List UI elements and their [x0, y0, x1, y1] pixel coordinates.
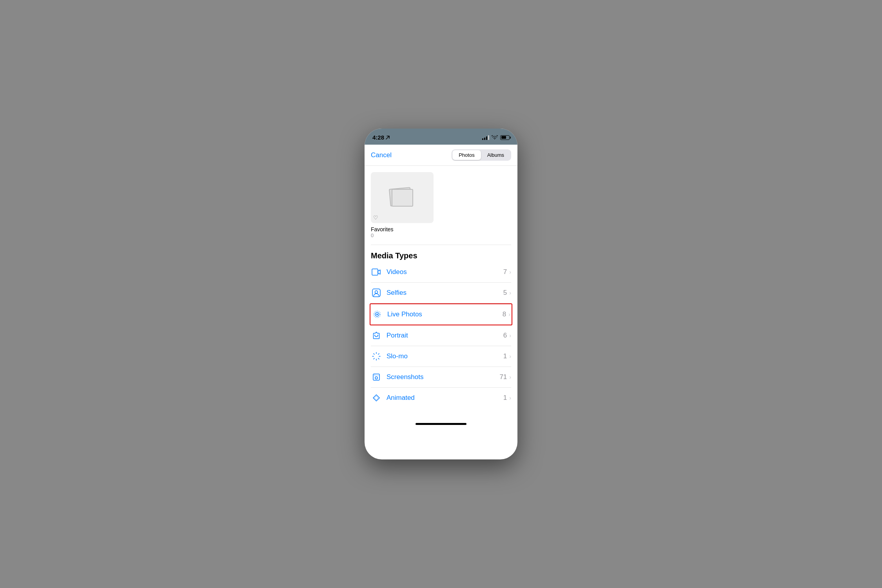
favorites-count: 0: [371, 232, 511, 238]
list-item-screenshots[interactable]: Screenshots 71 ›: [371, 367, 511, 388]
slo-mo-icon: [371, 351, 382, 362]
media-types-section: Media Types Videos 7 ›: [365, 245, 517, 408]
live-photos-icon: [372, 309, 383, 320]
selfies-count: 5: [503, 289, 507, 297]
status-icons: [482, 135, 510, 140]
phone-frame: 4:28: [365, 129, 517, 459]
signal-icon: [482, 135, 489, 140]
svg-point-17: [375, 377, 377, 379]
content-area: ♡ Favorites 0 Media Types Videos 7 ›: [365, 166, 517, 420]
list-item-animated[interactable]: Animated 1 ›: [371, 388, 511, 408]
screenshots-count: 71: [499, 373, 507, 381]
animated-chevron: ›: [509, 395, 511, 401]
portrait-chevron: ›: [509, 332, 511, 339]
cancel-button[interactable]: Cancel: [371, 151, 392, 159]
selfies-icon: [371, 287, 382, 298]
selfies-chevron: ›: [509, 290, 511, 296]
heart-icon: ♡: [373, 214, 378, 221]
list-item-live-photos[interactable]: Live Photos 8 ›: [370, 303, 512, 325]
slo-mo-count: 1: [503, 352, 507, 360]
home-bar: [416, 423, 466, 425]
tab-photos[interactable]: Photos: [452, 150, 481, 160]
live-photos-count: 8: [503, 310, 506, 318]
screenshots-icon: [371, 372, 382, 383]
list-item-selfies[interactable]: Selfies 5 ›: [371, 283, 511, 303]
status-bar: 4:28: [365, 129, 517, 145]
selfies-label: Selfies: [387, 289, 503, 297]
slo-mo-chevron: ›: [509, 353, 511, 359]
animated-icon: [371, 392, 382, 403]
portrait-label: Portrait: [387, 332, 503, 339]
time-display: 4:28: [372, 134, 384, 141]
segment-control: Photos Albums: [452, 149, 511, 161]
battery-icon: [500, 135, 510, 140]
videos-count: 7: [503, 268, 507, 276]
videos-label: Videos: [387, 268, 503, 276]
screenshots-label: Screenshots: [387, 373, 499, 381]
videos-chevron: ›: [509, 269, 511, 275]
list-item-videos[interactable]: Videos 7 ›: [371, 262, 511, 283]
wifi-icon: [492, 135, 498, 140]
favorites-section: ♡ Favorites 0: [365, 166, 517, 238]
favorites-album-thumb[interactable]: ♡: [371, 172, 434, 223]
svg-rect-0: [372, 269, 378, 275]
animated-label: Animated: [387, 394, 503, 402]
animated-count: 1: [503, 394, 507, 402]
videos-icon: [371, 267, 382, 278]
svg-point-2: [375, 291, 378, 294]
live-photos-label: Live Photos: [387, 310, 503, 318]
location-arrow-icon: [386, 136, 390, 140]
svg-line-14: [374, 358, 374, 359]
list-item-portrait[interactable]: Portrait 6 ›: [371, 325, 511, 346]
home-indicator: [365, 420, 517, 433]
list-item-slo-mo[interactable]: Slo-mo 1 ›: [371, 346, 511, 367]
tab-albums[interactable]: Albums: [481, 150, 510, 160]
svg-line-13: [378, 358, 379, 359]
portrait-icon: [371, 330, 382, 341]
live-photos-chevron: ›: [508, 311, 510, 318]
portrait-count: 6: [503, 332, 507, 339]
svg-line-15: [378, 354, 379, 354]
status-time: 4:28: [372, 134, 390, 141]
favorites-label: Favorites: [371, 226, 511, 232]
screenshots-chevron: ›: [509, 374, 511, 380]
media-types-title: Media Types: [371, 251, 511, 260]
svg-line-12: [374, 354, 374, 354]
stacked-photo-front: [392, 189, 413, 207]
slo-mo-label: Slo-mo: [387, 352, 503, 360]
nav-bar: Cancel Photos Albums: [365, 145, 517, 166]
svg-point-4: [376, 314, 378, 315]
